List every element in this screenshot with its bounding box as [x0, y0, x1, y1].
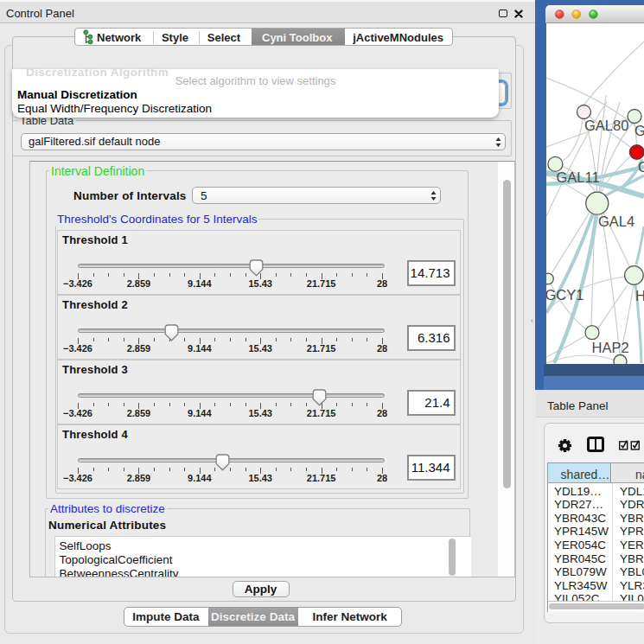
svg-text:GCY1: GCY1: [546, 287, 583, 303]
svg-text:GAL11: GAL11: [557, 169, 600, 185]
svg-text:HIS: HIS: [635, 288, 644, 303]
svg-text:GAL3: GAL3: [634, 123, 644, 138]
svg-text:GAL80: GAL80: [584, 118, 628, 133]
svg-text:HAP2: HAP2: [592, 340, 629, 355]
svg-text:CDC: CDC: [638, 159, 644, 175]
svg-text:GAL4: GAL4: [598, 214, 634, 229]
